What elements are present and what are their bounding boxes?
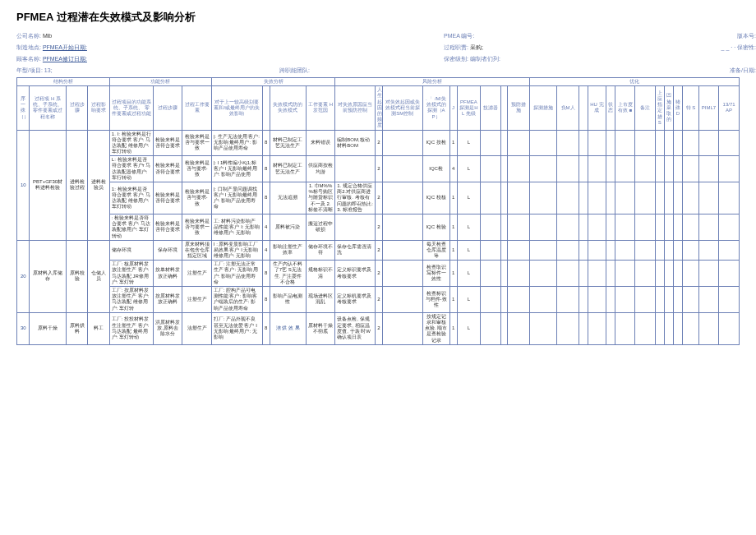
table-cell (481, 287, 500, 313)
table-cell (655, 130, 664, 156)
table-cell (682, 261, 698, 287)
table-cell: 储存环境 (109, 240, 153, 261)
table-cell: L (457, 182, 481, 214)
table-cell: 1 (449, 312, 457, 344)
col-prevent-act: 预防措施 (508, 86, 530, 130)
col-process-item: 过程项 H 系统、子系统、 零件要素或过程名称 (30, 86, 66, 130)
table-cell (500, 312, 508, 344)
table-cell: 保存仓库需否清洗 (335, 240, 376, 261)
table-cell: IQC检 (422, 156, 449, 182)
table-cell (682, 214, 698, 240)
table-cell (530, 240, 557, 261)
table-cell (673, 156, 682, 182)
table-row: 30原料干燥原料烘料料工工厂: 投投材料发生注塑生产 客户: 马达装配 最终用户… (17, 312, 740, 344)
table-cell: L (457, 214, 481, 240)
table-cell (719, 182, 740, 214)
table-cell: PBT+GF30材料进料检验 (30, 130, 66, 240)
table-cell: 规格标识不清 (306, 261, 334, 287)
table-row: : 检验来料是否符合要求 客户: 马达装配修用户: 车灯转动检验来料是否符合要求… (17, 214, 740, 240)
table-cell: 8 (262, 130, 270, 156)
table-cell (635, 214, 655, 240)
col-m (579, 86, 588, 130)
table-cell: 30 (17, 312, 30, 344)
table-cell (673, 312, 682, 344)
table-cell (335, 156, 376, 182)
col-fail-mode: 失效模式防的失效模式 (270, 86, 306, 130)
table-cell: 注塑生产 (182, 261, 211, 287)
table-cell: 检查取识写标件一效性 (422, 261, 449, 287)
table-cell (664, 240, 673, 261)
table-cell: 工厂: 按原材料发放注塑生产 客户: 马达装配 维修用户: 车灯转 (109, 287, 153, 313)
table-cell (615, 130, 635, 156)
table-cell: 原来材料须在包含仓库指定区域 (182, 240, 211, 261)
table-cell (508, 287, 530, 313)
table-cell: |: I 1料性编小Kj1;标客户 I 无影响最终用户: 影响产品使用 (211, 156, 262, 182)
table-cell: 8 (262, 287, 270, 313)
col-seq: 序一殊（） (17, 86, 30, 130)
table-cell (500, 261, 508, 287)
table-cell: 定义标识要求及考核要求 (335, 261, 376, 287)
table-cell: IQC 按检 (422, 130, 449, 156)
table-cell (635, 240, 655, 261)
col-sc2: 特 S (682, 86, 698, 130)
table-cell: 仓储人员 (88, 240, 110, 312)
table-cell (606, 182, 615, 214)
col-sev (262, 86, 270, 130)
col-process-step: 过程步骤 (66, 86, 88, 130)
table-cell (719, 214, 740, 240)
table-cell (588, 261, 606, 287)
table-cell: IQC 校核 (422, 182, 449, 214)
table-cell (530, 156, 557, 182)
table-cell (382, 287, 422, 313)
table-cell: 10 (17, 130, 30, 240)
table-cell (606, 240, 615, 261)
col-d2: 猪殊 D (673, 86, 682, 130)
table-cell: 设备点检, 保规定要求, 相应温度值, 于装 时W确认项日表 (335, 312, 376, 344)
process-type-label: 过程职责: 采购; (444, 43, 559, 53)
col-resp: 负M人 (557, 86, 579, 130)
table-cell (508, 182, 530, 214)
table-cell (682, 156, 698, 182)
table-cell (500, 130, 508, 156)
table-cell: 工厂: 核原材料发放注塑生产 客户: 马达装配 JR修用户: 车灯转 (109, 261, 153, 287)
table-cell: 2 (375, 312, 382, 344)
table-cell (557, 287, 579, 313)
table-cell: 工厂: 注塑无法正常生产 客户: 无影响 用户: 影响产品使用寿命 (211, 261, 262, 287)
col-ap: PFMEA 探测是HL 先级 (457, 86, 481, 130)
table-cell (382, 261, 422, 287)
col-func-item: 过程项目的功能系统、子系统、 零件要素或过程功能 (109, 86, 153, 130)
col-func-step: 过程步骤 (153, 86, 182, 130)
sect-struct: 结构分析 (17, 78, 110, 86)
table-cell (673, 182, 682, 214)
table-cell (719, 240, 740, 261)
table-cell (615, 156, 635, 182)
table-cell: IQC 检验 (422, 214, 449, 240)
table-cell: 检验来料是否与要求-致 (182, 182, 211, 214)
table-cell (579, 182, 588, 214)
table-cell (606, 214, 615, 240)
table-cell (606, 130, 615, 156)
table-cell: 按规定记录和审核点验. 顺市是查检验记录 (422, 312, 449, 344)
table-cell: 保存环境 (153, 240, 182, 261)
table-cell: 1 (449, 287, 457, 313)
table-cell: 4 (449, 156, 457, 182)
table-cell: 现场进料区混乱 (306, 287, 334, 313)
col-status: 状态 (606, 86, 615, 130)
table-cell (557, 240, 579, 261)
function-team-label: 保密级别: 编制者们列: (444, 54, 559, 64)
col-fail-cause: 工作要素 H发范因 (306, 86, 334, 130)
table-cell (588, 287, 606, 313)
table-cell (719, 312, 740, 344)
table-cell: 材料已制定工艺无法生产 (270, 156, 306, 182)
table-cell (579, 312, 588, 344)
table-cell (508, 156, 530, 182)
table-cell (664, 312, 673, 344)
table-cell: 生产内认不料了7艺 S无法生. 产注菱件不合格 (270, 261, 306, 287)
table-cell (682, 240, 698, 261)
table-cell (719, 130, 740, 156)
table-cell (615, 287, 635, 313)
table-cell: L (457, 312, 481, 344)
col-det: J (449, 86, 457, 130)
table-cell (606, 156, 615, 182)
table-cell: 材料已制定工艺无法生产 (270, 130, 306, 156)
